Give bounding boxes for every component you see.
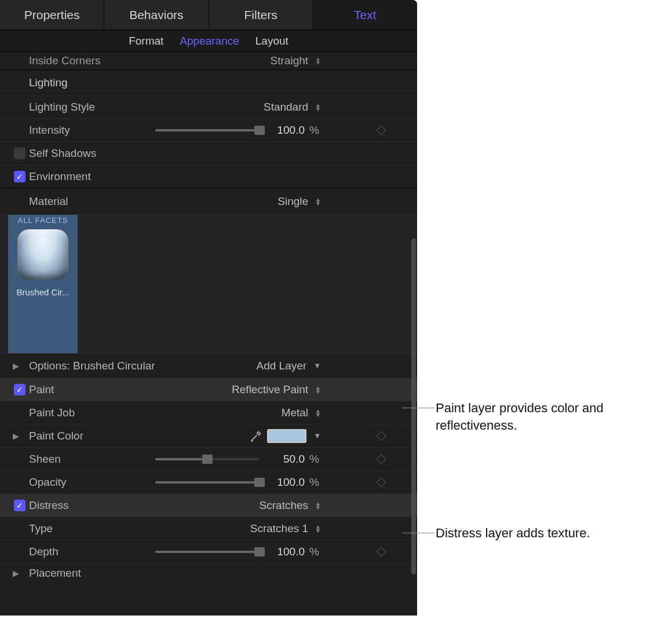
material-swatch[interactable] [17,229,68,280]
row-options: ▶ Options: Brushed Circular Add Layer ▼ [0,353,417,378]
updown-icon[interactable]: ▲▼ [315,103,321,111]
scroll-area[interactable]: Inside Corners Straight ▲▼ Lighting Ligh… [0,52,417,616]
distress-checkbox[interactable]: ✓ [14,500,25,511]
tab-text[interactable]: Text [313,0,417,30]
environment-checkbox[interactable]: ✓ [14,171,25,182]
callout-line [402,408,434,408]
row-depth: Depth 100.0 % [0,540,417,563]
inside-corners-value[interactable]: Straight [271,54,308,67]
paint-color-label: Paint Color [29,430,145,442]
row-environment: ✓ Environment [0,164,417,188]
distress-type-label: Type [29,522,145,535]
row-inside-corners: Inside Corners Straight ▲▼ [0,52,417,69]
keyframe-icon[interactable] [377,547,386,556]
row-paint-job: Paint Job Metal ▲▼ [0,401,417,424]
options-label: Options: Brushed Circular [29,360,180,372]
lighting-header: Lighting [0,69,417,95]
keyframe-icon[interactable] [377,477,386,487]
disclosure-icon[interactable]: ▶ [13,431,19,441]
intensity-value[interactable]: 100.0 [264,124,305,137]
facet-header: ALL FACETS [18,216,68,225]
row-intensity: Intensity 100.0 % [0,118,417,141]
updown-icon[interactable]: ▲▼ [315,57,321,65]
paint-job-value[interactable]: Metal [282,406,308,419]
paint-label: Paint [29,383,145,396]
keyframe-icon[interactable] [377,454,386,464]
updown-icon[interactable]: ▲▼ [315,525,321,533]
facet-name: Brushed Cir... [17,287,70,297]
sheen-label: Sheen [29,453,145,466]
paint-value[interactable]: Reflective Paint [232,383,308,396]
placement-label: Placement [29,567,145,580]
updown-icon[interactable]: ▲▼ [315,386,321,394]
updown-icon[interactable]: ▲▼ [315,197,321,206]
row-material: Material Single ▲▼ [0,188,417,214]
row-sheen: Sheen 50.0 % [0,447,417,470]
chevron-down-icon[interactable]: ▼ [313,431,321,440]
callout-distress: Distress layer adds texture. [436,525,656,542]
opacity-label: Opacity [29,476,145,489]
self-shadows-checkbox[interactable] [14,148,25,159]
lighting-style-label: Lighting Style [29,101,145,113]
row-opacity: Opacity 100.0 % [0,470,417,493]
inspector-panel: Properties Behaviors Filters Text Format… [0,0,417,616]
chevron-down-icon[interactable]: ▼ [313,361,321,370]
keyframe-icon[interactable] [377,125,386,135]
distress-type-value[interactable]: Scratches 1 [250,522,308,535]
disclosure-icon[interactable]: ▶ [13,361,19,371]
lighting-style-value[interactable]: Standard [264,101,308,113]
intensity-label: Intensity [29,124,145,137]
distress-value[interactable]: Scratches [260,499,308,512]
row-paint-color: ▶ Paint Color ▼ [0,424,417,447]
subtab-format[interactable]: Format [129,35,163,47]
paint-checkbox[interactable]: ✓ [14,384,25,395]
row-placement: ▶ Placement [0,563,417,583]
material-label: Material [29,195,145,208]
distress-label: Distress [29,499,145,512]
depth-label: Depth [29,545,145,558]
environment-label: Environment [29,170,408,183]
intensity-unit: % [309,124,321,137]
opacity-unit: % [309,476,321,489]
tab-filters[interactable]: Filters [209,0,313,30]
opacity-slider[interactable] [155,477,260,488]
tab-properties[interactable]: Properties [0,0,104,30]
self-shadows-label: Self Shadows [29,147,408,160]
updown-icon[interactable]: ▲▼ [315,501,321,510]
opacity-value[interactable]: 100.0 [264,476,305,489]
eyedropper-icon[interactable] [250,430,262,442]
callout-paint: Paint layer provides color and reflectiv… [436,400,644,434]
row-distress-type: Type Scratches 1 ▲▼ [0,517,417,540]
sheen-value[interactable]: 50.0 [264,453,305,466]
scrollbar-thumb[interactable] [411,239,416,574]
depth-slider[interactable] [155,547,260,557]
updown-icon[interactable]: ▲▼ [315,409,321,417]
callout-line [402,533,434,533]
subtab-layout[interactable]: Layout [255,35,288,47]
row-self-shadows: Self Shadows [0,141,417,164]
paint-color-well[interactable] [267,429,306,443]
depth-unit: % [309,545,321,558]
disclosure-icon[interactable]: ▶ [13,569,19,578]
add-layer-button[interactable]: Add Layer [257,360,307,372]
row-paint: ✓ Paint Reflective Paint ▲▼ [0,378,417,401]
facet-card[interactable]: ALL FACETS Brushed Cir... [8,215,78,353]
material-value[interactable]: Single [277,195,308,208]
sheen-slider[interactable] [155,454,260,464]
tab-behaviors[interactable]: Behaviors [104,0,209,30]
paint-job-label: Paint Job [29,406,145,419]
row-distress: ✓ Distress Scratches ▲▼ [0,493,417,517]
sub-tab-bar: Format Appearance Layout [0,30,417,52]
top-tab-bar: Properties Behaviors Filters Text [0,0,417,30]
depth-value[interactable]: 100.0 [264,545,305,558]
inside-corners-label: Inside Corners [29,54,145,67]
keyframe-icon[interactable] [377,431,386,441]
row-lighting-style: Lighting Style Standard ▲▼ [0,95,417,118]
material-facets-strip: ALL FACETS Brushed Cir... [0,214,417,353]
sheen-unit: % [309,453,321,466]
intensity-slider[interactable] [155,125,260,135]
subtab-appearance[interactable]: Appearance [180,35,239,47]
